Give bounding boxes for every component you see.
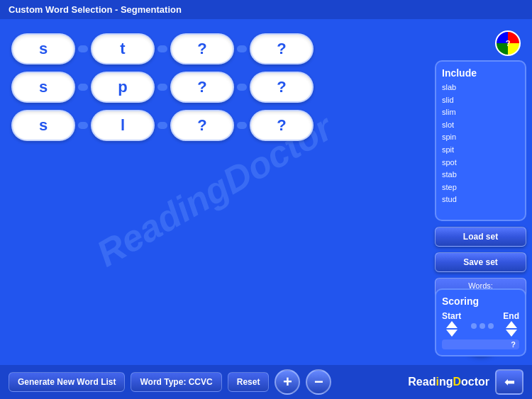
save-set-button[interactable]: Save set: [435, 252, 526, 272]
letter-pill-2-2[interactable]: p: [91, 72, 155, 103]
letter-pill-1-1[interactable]: s: [11, 33, 75, 64]
include-word-6: spit: [442, 144, 519, 157]
end-arrow-down-icon[interactable]: [506, 330, 517, 337]
minus-button[interactable]: −: [306, 369, 331, 395]
word-type-button[interactable]: Word Type: CCVC: [131, 372, 221, 392]
letter-pill-1-2[interactable]: t: [91, 33, 155, 64]
letter-pill-3-3[interactable]: ?: [170, 110, 234, 141]
letter-pill-2-4[interactable]: ?: [250, 72, 314, 103]
load-set-button[interactable]: Load set: [435, 227, 526, 247]
letter-pill-1-3[interactable]: ?: [170, 33, 234, 64]
scoring-title: Scoring: [442, 296, 519, 307]
word-row-2: s p ? ?: [11, 72, 418, 103]
include-word-7: spot: [442, 157, 519, 169]
reading-doctor-logo: ReadingDoctor: [408, 376, 489, 388]
include-word-9: step: [442, 181, 519, 194]
back-arrow-icon: ⬅: [504, 374, 515, 390]
include-word-1: slab: [442, 82, 519, 94]
letter-pill-2-1[interactable]: s: [11, 72, 75, 103]
reset-button[interactable]: Reset: [228, 372, 270, 392]
logo-ng: ng: [439, 376, 453, 388]
include-box: Include slab slid slim slot spin spit sp…: [435, 60, 526, 221]
dot-2: [480, 323, 485, 329]
question-badge: ?: [442, 339, 519, 349]
back-button[interactable]: ⬅: [495, 369, 523, 395]
scoring-box: Scoring Start End ?: [435, 288, 526, 356]
bottom-toolbar: Generate New Word List Word Type: CCVC R…: [0, 365, 532, 399]
connector: [237, 45, 247, 52]
letter-pill-3-1[interactable]: s: [11, 110, 75, 141]
include-word-8: stab: [442, 169, 519, 181]
end-arrow-up-icon[interactable]: [506, 321, 517, 328]
logo-question: ?: [506, 39, 511, 47]
word-grid-area: ReadingDoctor s t ? ? s p ? ? s l: [0, 19, 429, 361]
logo-octor: octor: [461, 376, 489, 388]
connector: [78, 84, 88, 91]
start-arrow-down-icon[interactable]: [446, 330, 458, 337]
letter-pill-1-4[interactable]: ?: [250, 33, 314, 64]
include-word-2: slid: [442, 94, 519, 107]
word-row-3: s l ? ?: [11, 110, 418, 141]
connector: [237, 122, 247, 129]
page-title: Custom Word Selection - Segmentation: [9, 4, 182, 15]
start-arrow-up-icon[interactable]: [446, 321, 458, 328]
scoring-section: Scoring Start End ?: [429, 283, 532, 362]
letter-pill-3-2[interactable]: l: [91, 110, 155, 141]
scoring-row: Start End: [442, 311, 519, 337]
start-label: Start: [442, 311, 461, 321]
dot-1: [471, 323, 477, 329]
include-word-4: slot: [442, 119, 519, 132]
logo-area: ?: [435, 26, 526, 55]
add-button[interactable]: +: [275, 369, 300, 395]
dot-3: [488, 323, 494, 329]
include-word-10: stud: [442, 193, 519, 206]
connector: [157, 84, 167, 91]
connector: [78, 122, 88, 129]
title-bar: Custom Word Selection - Segmentation: [0, 0, 532, 19]
end-arrows[interactable]: [503, 321, 519, 337]
include-title: Include: [442, 67, 519, 79]
connector: [157, 122, 167, 129]
logo-highlight-d: D: [453, 376, 461, 388]
watermark: ReadingDoctor: [0, 19, 429, 361]
scoring-start-group: Start: [442, 311, 461, 337]
logo-circle: ?: [495, 30, 521, 56]
include-word-5: spin: [442, 131, 519, 144]
logo-read: Read: [408, 376, 436, 388]
connector: [78, 45, 88, 52]
word-row-1: s t ? ?: [11, 33, 418, 64]
end-label: End: [503, 311, 519, 321]
connector: [157, 45, 167, 52]
logo-container: ?: [495, 30, 521, 56]
letter-pill-2-3[interactable]: ?: [170, 72, 234, 103]
start-arrows[interactable]: [442, 321, 461, 337]
scoring-dots: [471, 323, 494, 329]
letter-pill-3-4[interactable]: ?: [250, 110, 314, 141]
generate-word-list-button[interactable]: Generate New Word List: [9, 372, 125, 392]
connector: [237, 84, 247, 91]
scoring-end-group: End: [503, 311, 519, 337]
include-word-3: slim: [442, 106, 519, 119]
include-words: slab slid slim slot spin spit spot stab …: [442, 82, 519, 206]
